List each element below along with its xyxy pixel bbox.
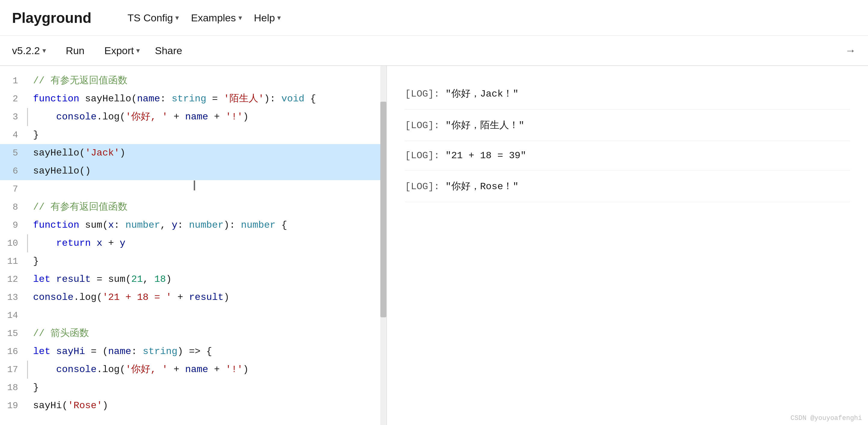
table-row: 9 function sum(x: number, y: number): nu… xyxy=(0,216,386,234)
toolbar: v5.2.2 ▾ Run Export ▾ Share → xyxy=(0,36,868,66)
log-entry: [LOG]: "你好，陌生人！" xyxy=(405,110,850,141)
line-gutter xyxy=(27,216,31,234)
watermark: CSDN @youyoafenghi xyxy=(790,415,862,422)
line-number: 16 xyxy=(0,342,27,361)
line-number: 15 xyxy=(0,325,27,342)
editor-panel[interactable]: 1 // 有参无返回值函数 2 function sayHello(name: … xyxy=(0,66,387,425)
log-value: "21 + 18 = 39" xyxy=(445,150,526,161)
scrollbar-thumb[interactable] xyxy=(380,102,386,317)
nav-examples-label: Examples xyxy=(191,12,236,24)
line-gutter xyxy=(27,289,31,306)
table-row: 5 sayHello('Jack') xyxy=(0,144,386,162)
line-gutter xyxy=(27,162,31,180)
log-tag: [LOG]: xyxy=(405,120,445,131)
code-text: console.log('21 + 18 = ' + result) xyxy=(33,289,386,306)
line-gutter xyxy=(27,126,31,144)
line-number: 14 xyxy=(0,306,27,325)
editor-content[interactable]: 1 // 有参无返回值函数 2 function sayHello(name: … xyxy=(0,66,386,425)
version-label: v5.2.2 xyxy=(12,45,40,57)
log-entry: [LOG]: "21 + 18 = 39" xyxy=(405,141,850,171)
editor-scrollbar[interactable] xyxy=(380,66,386,425)
line-gutter xyxy=(27,108,31,126)
main-container: 1 // 有参无返回值函数 2 function sayHello(name: … xyxy=(0,66,868,425)
line-number: 17 xyxy=(0,361,27,379)
code-text: } xyxy=(33,126,386,144)
code-text: return x + y xyxy=(33,234,386,252)
line-number: 4 xyxy=(0,126,27,144)
nav-menu: TS Config ▾ Examples ▾ Help ▾ xyxy=(127,12,281,24)
line-number: 9 xyxy=(0,216,27,234)
log-tag: [LOG]: xyxy=(405,150,445,161)
table-row: 17 console.log('你好, ' + name + '!') xyxy=(0,361,386,379)
line-gutter xyxy=(27,144,31,162)
code-text: function sayHello(name: string = '陌生人'):… xyxy=(33,90,386,108)
table-row: 4 } xyxy=(0,126,386,144)
line-number: 5 xyxy=(0,144,27,162)
table-row: 14 xyxy=(0,306,386,325)
chevron-down-icon: ▾ xyxy=(239,13,242,22)
version-button[interactable]: v5.2.2 ▾ xyxy=(12,45,46,57)
line-number: 13 xyxy=(0,289,27,306)
output-panel: [LOG]: "你好，Jack！" [LOG]: "你好，陌生人！" [LOG]… xyxy=(387,66,868,425)
code-comment: // 箭头函数 xyxy=(33,325,386,342)
nav-help[interactable]: Help ▾ xyxy=(254,12,281,24)
line-number: 3 xyxy=(0,108,27,126)
export-button[interactable]: Export ▾ xyxy=(104,45,140,57)
code-text: sayHi('Rose') xyxy=(33,397,386,415)
table-row: 19 sayHi('Rose') xyxy=(0,397,386,415)
chevron-down-icon: ▾ xyxy=(277,13,281,22)
table-row: 10 return x + y xyxy=(0,234,386,252)
table-row: 11 } xyxy=(0,252,386,270)
line-gutter xyxy=(27,90,31,108)
table-row: 15 // 箭头函数 xyxy=(0,325,386,342)
line-gutter xyxy=(27,397,31,415)
line-gutter xyxy=(27,306,31,325)
code-text: function sum(x: number, y: number): numb… xyxy=(33,216,386,234)
code-comment: // 有参有返回值函数 xyxy=(33,198,386,216)
line-gutter xyxy=(27,361,31,379)
nav-tsconfig-label: TS Config xyxy=(127,12,173,24)
line-number: 1 xyxy=(0,72,27,90)
table-row: 13 console.log('21 + 18 = ' + result) xyxy=(0,289,386,306)
line-gutter xyxy=(27,72,31,90)
line-gutter xyxy=(27,379,31,397)
top-nav: Playground TS Config ▾ Examples ▾ Help ▾ xyxy=(0,0,868,36)
text-cursor-icon: I xyxy=(192,177,196,194)
collapse-icon[interactable]: → xyxy=(845,44,856,57)
line-number: 11 xyxy=(0,252,27,270)
log-tag: [LOG]: xyxy=(405,181,445,192)
table-row: 8 // 有参有返回值函数 xyxy=(0,198,386,216)
table-row: 18 } xyxy=(0,379,386,397)
code-text: let sayHi = (name: string) => { xyxy=(33,342,386,361)
log-value: "你好，Jack！" xyxy=(445,88,518,99)
chevron-down-icon: ▾ xyxy=(136,46,140,55)
line-number: 7 xyxy=(0,180,27,198)
line-number: 19 xyxy=(0,397,27,415)
nav-tsconfig[interactable]: TS Config ▾ xyxy=(127,12,179,24)
run-button[interactable]: Run xyxy=(61,42,89,59)
line-gutter xyxy=(27,252,31,270)
code-text: sayHello('Jack') xyxy=(33,144,386,162)
table-row: 12 let result = sum(21, 18) xyxy=(0,270,386,289)
chevron-down-icon: ▾ xyxy=(42,46,46,55)
code-text: } xyxy=(33,379,386,397)
line-number: 6 xyxy=(0,162,27,180)
app-title: Playground xyxy=(12,10,91,26)
code-text: } xyxy=(33,252,386,270)
line-gutter xyxy=(27,234,31,252)
log-entry: [LOG]: "你好，Jack！" xyxy=(405,78,850,110)
line-number: 2 xyxy=(0,90,27,108)
line-number: 8 xyxy=(0,198,27,216)
chevron-down-icon: ▾ xyxy=(175,13,179,22)
line-gutter xyxy=(27,180,31,198)
log-value: "你好，陌生人！" xyxy=(445,120,524,131)
nav-examples[interactable]: Examples ▾ xyxy=(191,12,242,24)
share-button[interactable]: Share xyxy=(155,45,182,57)
line-number: 12 xyxy=(0,270,27,289)
line-number: 10 xyxy=(0,234,27,252)
nav-help-label: Help xyxy=(254,12,275,24)
export-label: Export xyxy=(104,45,134,57)
log-tag: [LOG]: xyxy=(405,88,445,99)
code-text: console.log('你好, ' + name + '!') xyxy=(33,108,386,126)
code-text: sayHello() xyxy=(33,162,386,180)
